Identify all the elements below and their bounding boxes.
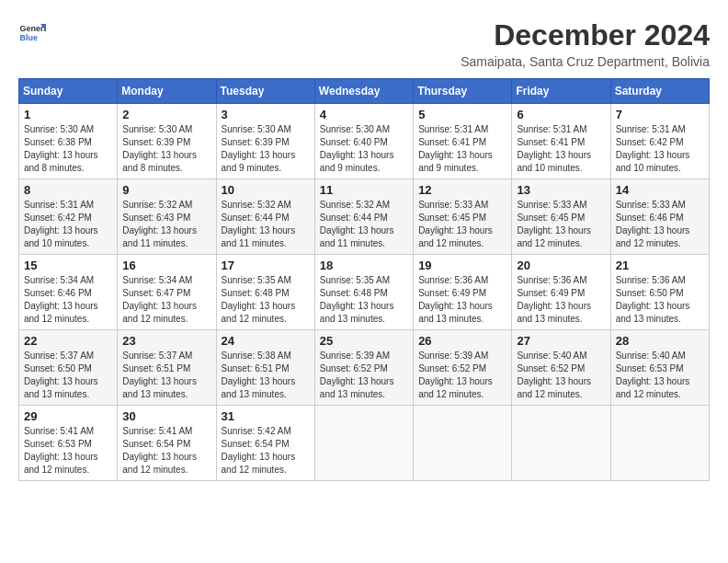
day-number: 20 (517, 259, 605, 272)
table-row: 14 Sunrise: 5:33 AM Sunset: 6:46 PM Dayl… (610, 179, 709, 255)
day-info: Sunrise: 5:31 AM Sunset: 6:41 PM Dayligh… (517, 123, 605, 175)
day-number: 21 (616, 259, 704, 272)
table-row: 26 Sunrise: 5:39 AM Sunset: 6:52 PM Dayl… (414, 330, 512, 406)
table-row: 19 Sunrise: 5:36 AM Sunset: 6:49 PM Dayl… (414, 255, 512, 330)
table-row: 29 Sunrise: 5:41 AM Sunset: 6:53 PM Dayl… (19, 406, 118, 481)
table-row: 22 Sunrise: 5:37 AM Sunset: 6:50 PM Dayl… (19, 330, 118, 406)
day-info: Sunrise: 5:31 AM Sunset: 6:41 PM Dayligh… (418, 123, 506, 175)
calendar-week-row: 1 Sunrise: 5:30 AM Sunset: 6:38 PM Dayli… (19, 104, 710, 179)
day-number: 3 (222, 108, 310, 121)
page-header: General Blue December 2024 Samaipata, Sa… (18, 18, 710, 69)
day-number: 12 (418, 183, 506, 197)
day-number: 31 (222, 409, 310, 423)
header-tuesday: Tuesday (216, 79, 314, 104)
calendar-week-row: 22 Sunrise: 5:37 AM Sunset: 6:50 PM Dayl… (19, 330, 710, 406)
table-row: 20 Sunrise: 5:36 AM Sunset: 6:49 PM Dayl… (512, 255, 610, 330)
table-row (314, 406, 413, 481)
day-number: 22 (24, 334, 112, 348)
header-friday: Friday (512, 79, 610, 104)
day-info: Sunrise: 5:32 AM Sunset: 6:44 PM Dayligh… (222, 199, 310, 250)
table-row: 31 Sunrise: 5:42 AM Sunset: 6:54 PM Dayl… (216, 406, 314, 481)
table-row: 5 Sunrise: 5:31 AM Sunset: 6:41 PM Dayli… (414, 104, 512, 179)
table-row: 15 Sunrise: 5:34 AM Sunset: 6:46 PM Dayl… (19, 255, 118, 330)
day-info: Sunrise: 5:37 AM Sunset: 6:51 PM Dayligh… (122, 350, 210, 401)
day-number: 6 (517, 108, 605, 121)
day-info: Sunrise: 5:42 AM Sunset: 6:54 PM Dayligh… (222, 425, 310, 477)
location-subtitle: Samaipata, Santa Cruz Department, Bolivi… (461, 54, 710, 69)
table-row: 3 Sunrise: 5:30 AM Sunset: 6:39 PM Dayli… (216, 104, 314, 179)
table-row: 18 Sunrise: 5:35 AM Sunset: 6:48 PM Dayl… (314, 255, 413, 330)
day-number: 18 (320, 259, 408, 272)
table-row: 25 Sunrise: 5:39 AM Sunset: 6:52 PM Dayl… (314, 330, 413, 406)
day-info: Sunrise: 5:39 AM Sunset: 6:52 PM Dayligh… (320, 350, 408, 401)
day-info: Sunrise: 5:31 AM Sunset: 6:42 PM Dayligh… (616, 123, 704, 175)
day-info: Sunrise: 5:33 AM Sunset: 6:46 PM Dayligh… (616, 199, 704, 250)
calendar-week-row: 29 Sunrise: 5:41 AM Sunset: 6:53 PM Dayl… (19, 406, 710, 481)
day-info: Sunrise: 5:38 AM Sunset: 6:51 PM Dayligh… (222, 350, 310, 401)
day-number: 11 (320, 183, 408, 197)
day-info: Sunrise: 5:34 AM Sunset: 6:46 PM Dayligh… (24, 274, 112, 326)
day-number: 5 (418, 108, 506, 121)
day-info: Sunrise: 5:37 AM Sunset: 6:50 PM Dayligh… (24, 350, 112, 401)
table-row: 2 Sunrise: 5:30 AM Sunset: 6:39 PM Dayli… (118, 104, 216, 179)
calendar-week-row: 15 Sunrise: 5:34 AM Sunset: 6:46 PM Dayl… (19, 255, 710, 330)
table-row: 16 Sunrise: 5:34 AM Sunset: 6:47 PM Dayl… (118, 255, 216, 330)
day-number: 10 (222, 183, 310, 197)
calendar-week-row: 8 Sunrise: 5:31 AM Sunset: 6:42 PM Dayli… (19, 179, 710, 255)
table-row: 7 Sunrise: 5:31 AM Sunset: 6:42 PM Dayli… (610, 104, 709, 179)
day-number: 4 (320, 108, 408, 121)
day-number: 19 (418, 259, 506, 272)
day-info: Sunrise: 5:35 AM Sunset: 6:48 PM Dayligh… (222, 274, 310, 326)
logo-icon: General Blue (18, 18, 46, 46)
header-wednesday: Wednesday (314, 79, 413, 104)
table-row: 9 Sunrise: 5:32 AM Sunset: 6:43 PM Dayli… (118, 179, 216, 255)
day-number: 24 (222, 334, 310, 348)
day-info: Sunrise: 5:31 AM Sunset: 6:42 PM Dayligh… (24, 199, 112, 250)
day-info: Sunrise: 5:32 AM Sunset: 6:43 PM Dayligh… (122, 199, 210, 250)
day-info: Sunrise: 5:30 AM Sunset: 6:39 PM Dayligh… (222, 123, 310, 175)
day-number: 15 (24, 259, 112, 272)
table-row: 4 Sunrise: 5:30 AM Sunset: 6:40 PM Dayli… (314, 104, 413, 179)
table-row: 12 Sunrise: 5:33 AM Sunset: 6:45 PM Dayl… (414, 179, 512, 255)
day-number: 14 (616, 183, 704, 197)
day-info: Sunrise: 5:30 AM Sunset: 6:40 PM Dayligh… (320, 123, 408, 175)
table-row (414, 406, 512, 481)
table-row: 24 Sunrise: 5:38 AM Sunset: 6:51 PM Dayl… (216, 330, 314, 406)
day-number: 26 (418, 334, 506, 348)
month-title: December 2024 (461, 18, 710, 52)
table-row: 6 Sunrise: 5:31 AM Sunset: 6:41 PM Dayli… (512, 104, 610, 179)
table-row (610, 406, 709, 481)
logo: General Blue (18, 18, 46, 46)
header-sunday: Sunday (19, 79, 118, 104)
table-row: 23 Sunrise: 5:37 AM Sunset: 6:51 PM Dayl… (118, 330, 216, 406)
day-number: 13 (517, 183, 605, 197)
table-row: 30 Sunrise: 5:41 AM Sunset: 6:54 PM Dayl… (118, 406, 216, 481)
calendar-header-row: Sunday Monday Tuesday Wednesday Thursday… (19, 79, 710, 104)
day-info: Sunrise: 5:35 AM Sunset: 6:48 PM Dayligh… (320, 274, 408, 326)
day-info: Sunrise: 5:36 AM Sunset: 6:49 PM Dayligh… (418, 274, 506, 326)
day-number: 1 (24, 108, 112, 121)
header-saturday: Saturday (610, 79, 709, 104)
day-info: Sunrise: 5:39 AM Sunset: 6:52 PM Dayligh… (418, 350, 506, 401)
day-number: 2 (122, 108, 210, 121)
table-row: 11 Sunrise: 5:32 AM Sunset: 6:44 PM Dayl… (314, 179, 413, 255)
table-row: 8 Sunrise: 5:31 AM Sunset: 6:42 PM Dayli… (19, 179, 118, 255)
day-info: Sunrise: 5:34 AM Sunset: 6:47 PM Dayligh… (122, 274, 210, 326)
table-row: 28 Sunrise: 5:40 AM Sunset: 6:53 PM Dayl… (610, 330, 709, 406)
day-number: 9 (122, 183, 210, 197)
day-number: 30 (122, 409, 210, 423)
table-row: 27 Sunrise: 5:40 AM Sunset: 6:52 PM Dayl… (512, 330, 610, 406)
table-row: 21 Sunrise: 5:36 AM Sunset: 6:50 PM Dayl… (610, 255, 709, 330)
day-info: Sunrise: 5:36 AM Sunset: 6:50 PM Dayligh… (616, 274, 704, 326)
day-number: 29 (24, 409, 112, 423)
header-thursday: Thursday (414, 79, 512, 104)
day-info: Sunrise: 5:40 AM Sunset: 6:52 PM Dayligh… (517, 350, 605, 401)
day-info: Sunrise: 5:30 AM Sunset: 6:39 PM Dayligh… (122, 123, 210, 175)
day-info: Sunrise: 5:41 AM Sunset: 6:54 PM Dayligh… (122, 425, 210, 477)
day-number: 8 (24, 183, 112, 197)
calendar-table: Sunday Monday Tuesday Wednesday Thursday… (18, 78, 710, 481)
day-info: Sunrise: 5:36 AM Sunset: 6:49 PM Dayligh… (517, 274, 605, 326)
table-row: 10 Sunrise: 5:32 AM Sunset: 6:44 PM Dayl… (216, 179, 314, 255)
day-info: Sunrise: 5:30 AM Sunset: 6:38 PM Dayligh… (24, 123, 112, 175)
table-row: 1 Sunrise: 5:30 AM Sunset: 6:38 PM Dayli… (19, 104, 118, 179)
